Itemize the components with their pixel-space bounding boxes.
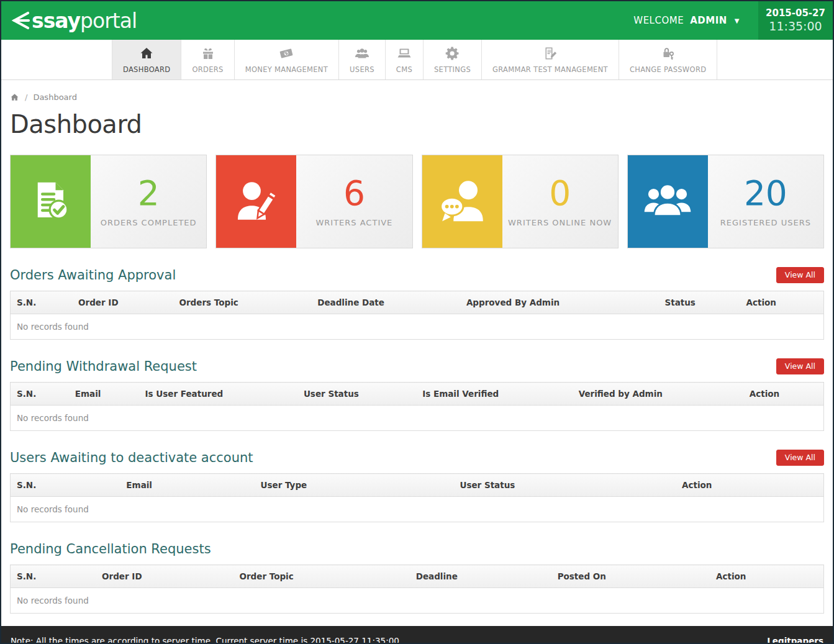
- column-header-posted-on: Posted On: [551, 565, 710, 588]
- empty-row: No records found: [11, 314, 824, 340]
- section-title: Orders Awaiting Approval: [10, 268, 176, 283]
- column-header-s-n: S.N.: [11, 565, 96, 588]
- column-header-email: Email: [69, 383, 139, 406]
- stat-card-body: 20REGISTERED USERS: [708, 155, 823, 248]
- section-header: Orders Awaiting ApprovalView All: [10, 266, 824, 283]
- server-clock: 2015-05-27 11:35:00: [758, 1, 833, 40]
- footer: Note: All the times are according to ser…: [1, 626, 833, 644]
- stat-label: WRITERS ONLINE NOW: [508, 218, 612, 227]
- welcome-admin-menu[interactable]: WELCOME ADMIN ▼: [615, 1, 758, 40]
- users-awaiting-deactivate-account-table: S.N.EmailUser TypeUser StatusActionNo re…: [10, 473, 824, 522]
- view-all-button-orders-awaiting-approval[interactable]: View All: [776, 267, 824, 283]
- stat-label: ORDERS COMPLETED: [101, 218, 197, 227]
- welcome-label: WELCOME: [633, 15, 684, 26]
- section-users-awaiting-deactivate-account: Users Awaiting to deactivate accountView…: [10, 449, 824, 522]
- gear-icon: [445, 46, 460, 61]
- main-nav: DASHBOARDORDERSMONEY MANAGEMENTUSERSCMSS…: [1, 40, 833, 80]
- column-header-verified-by-admin: Verified by Admin: [573, 383, 743, 406]
- logo[interactable]: ssayportal: [1, 1, 615, 40]
- stat-label: WRITERS ACTIVE: [315, 218, 392, 227]
- writer-pencil-icon: [216, 155, 296, 248]
- cms-laptop-icon: [397, 46, 412, 61]
- no-records-message: No records found: [11, 314, 824, 340]
- nav-item-label: CMS: [396, 65, 412, 74]
- stat-card-body: 0WRITERS ONLINE NOW: [502, 155, 618, 248]
- column-header-user-status: User Status: [453, 474, 676, 497]
- view-all-button-users-awaiting-deactivate-account[interactable]: View All: [776, 450, 824, 466]
- page-title: Dashboard: [10, 110, 824, 138]
- chevron-down-icon: ▼: [735, 17, 740, 24]
- breadcrumb-current[interactable]: Dashboard: [33, 93, 77, 102]
- pending-withdrawal-request-table: S.N.EmailIs User FeaturedUser StatusIs E…: [10, 382, 824, 431]
- essayportal-logo-icon: [10, 8, 31, 33]
- nav-item-label: ORDERS: [192, 65, 223, 74]
- column-header-is-user-featured: Is User Featured: [138, 383, 297, 406]
- column-header-status: Status: [659, 291, 740, 314]
- section-title: Pending Cancellation Requests: [10, 542, 211, 556]
- column-header-order-id: Order ID: [72, 291, 173, 314]
- column-header-action: Action: [743, 383, 824, 406]
- users-group-icon: [628, 155, 708, 248]
- server-time: 11:35:00: [769, 19, 822, 34]
- section-header: Pending Withdrawal RequestView All: [10, 358, 824, 374]
- nav-item-label: USERS: [350, 65, 374, 74]
- chat-bubble-user-icon: [422, 155, 502, 248]
- stat-card-writers-active: 6WRITERS ACTIVE: [215, 155, 412, 248]
- server-date: 2015-05-27: [766, 7, 825, 19]
- column-header-s-n: S.N.: [11, 474, 120, 497]
- section-orders-awaiting-approval: Orders Awaiting ApprovalView AllS.N.Orde…: [10, 266, 824, 340]
- nav-item-grammar-test-management[interactable]: GRAMMAR TEST MANAGEMENT: [482, 40, 619, 79]
- gift-icon: [201, 46, 215, 61]
- nav-item-money-management[interactable]: MONEY MANAGEMENT: [235, 40, 339, 79]
- view-all-button-pending-withdrawal-request[interactable]: View All: [776, 358, 824, 374]
- lock-key-icon: [661, 46, 676, 61]
- column-header-orders-topic: Orders Topic: [173, 291, 311, 314]
- stat-card-body: 6WRITERS ACTIVE: [296, 155, 412, 248]
- section-header: Users Awaiting to deactivate accountView…: [10, 449, 824, 466]
- stat-card-body: 2ORDERS COMPLETED: [91, 155, 206, 248]
- nav-item-change-password[interactable]: CHANGE PASSWORD: [619, 40, 717, 79]
- column-header-s-n: S.N.: [11, 291, 73, 314]
- stat-cards: 2ORDERS COMPLETED6WRITERS ACTIVE0WRITERS…: [10, 155, 824, 248]
- column-header-user-type: User Type: [254, 474, 453, 497]
- nav-item-orders[interactable]: ORDERS: [181, 40, 234, 79]
- orders-awaiting-approval-table: S.N.Order IDOrders TopicDeadline DateApp…: [10, 291, 824, 340]
- column-header-action: Action: [740, 291, 824, 314]
- column-header-email: Email: [120, 474, 254, 497]
- main-content: / Dashboard Dashboard 2ORDERS COMPLETED6…: [1, 80, 833, 626]
- users-icon: [355, 46, 369, 61]
- section-header: Pending Cancellation Requests: [10, 540, 824, 557]
- section-pending-cancellation-requests: Pending Cancellation RequestsS.N.Order I…: [10, 540, 824, 614]
- stat-value: 20: [744, 176, 787, 211]
- column-header-deadline: Deadline: [410, 565, 551, 588]
- nav-item-cms[interactable]: CMS: [386, 40, 424, 79]
- nav-item-label: DASHBOARD: [123, 65, 170, 74]
- nav-item-settings[interactable]: SETTINGS: [424, 40, 482, 79]
- column-header-approved-by-admin: Approved By Admin: [460, 291, 659, 314]
- logo-text: ssayportal: [32, 11, 137, 31]
- nav-item-users[interactable]: USERS: [339, 40, 386, 79]
- no-records-message: No records found: [11, 406, 824, 431]
- stat-value: 0: [549, 176, 571, 211]
- home-icon[interactable]: [10, 93, 19, 102]
- top-header: ssayportal WELCOME ADMIN ▼ 2015-05-27 11…: [1, 1, 833, 40]
- column-header-s-n: S.N.: [11, 383, 69, 406]
- nav-item-dashboard[interactable]: DASHBOARD: [112, 40, 181, 79]
- footer-brand: Legitpapers: [767, 636, 823, 644]
- section-pending-withdrawal-request: Pending Withdrawal RequestView AllS.N.Em…: [10, 358, 824, 431]
- empty-row: No records found: [11, 497, 824, 522]
- breadcrumb-separator: /: [25, 93, 27, 102]
- home-icon: [139, 46, 154, 61]
- no-records-message: No records found: [11, 588, 824, 614]
- column-header-order-topic: Order Topic: [233, 565, 409, 588]
- empty-row: No records found: [11, 588, 824, 614]
- server-time-note: Note: All the times are according to ser…: [11, 636, 399, 644]
- column-header-order-id: Order ID: [96, 565, 233, 588]
- stat-card-registered-users: 20REGISTERED USERS: [627, 155, 824, 248]
- nav-item-label: CHANGE PASSWORD: [630, 65, 706, 74]
- nav-item-label: GRAMMAR TEST MANAGEMENT: [492, 65, 608, 74]
- admin-dashboard-page: ssayportal WELCOME ADMIN ▼ 2015-05-27 11…: [0, 0, 834, 644]
- footer-server-time: 11:35:00: [361, 636, 399, 644]
- stat-value: 2: [138, 176, 160, 211]
- grammar-doc-pencil-icon: [543, 46, 558, 61]
